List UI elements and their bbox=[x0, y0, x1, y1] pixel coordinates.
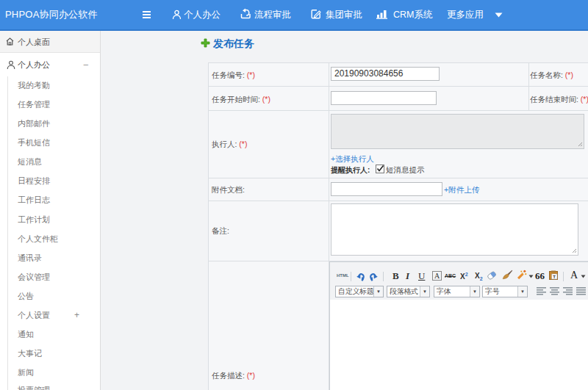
svg-text:T: T bbox=[553, 275, 556, 279]
